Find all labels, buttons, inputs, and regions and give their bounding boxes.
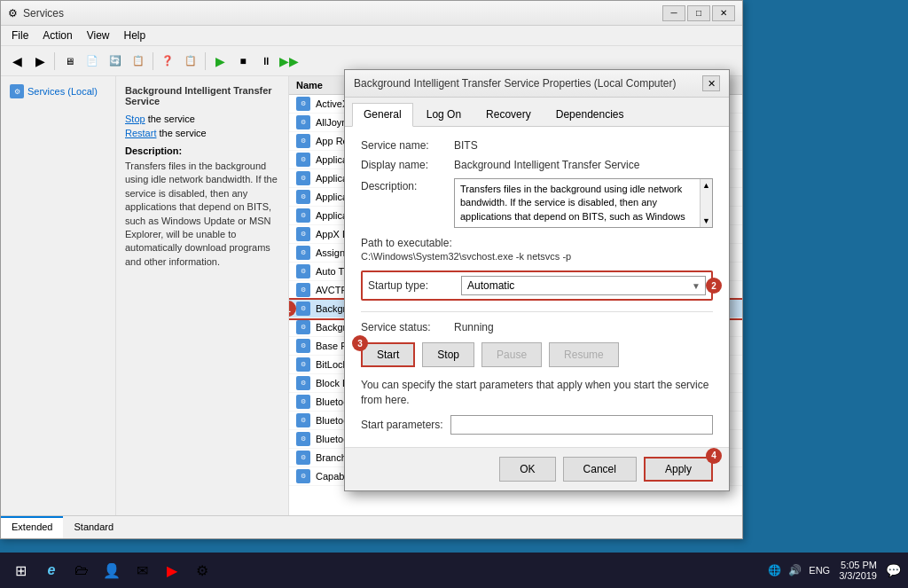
description-title: Description: xyxy=(125,145,279,156)
path-value: C:\Windows\System32\svchost.exe -k netsv… xyxy=(361,251,713,262)
service-name-value: BITS xyxy=(454,139,478,152)
tb-btn4[interactable]: 📋 xyxy=(128,51,149,72)
dialog-footer: OK Cancel Apply 4 xyxy=(345,447,729,490)
service-icon: ⚙ xyxy=(296,171,310,185)
service-icon: ⚙ xyxy=(296,413,310,427)
tab-general[interactable]: General xyxy=(352,103,413,127)
tb-btn2[interactable]: 📄 xyxy=(82,51,103,72)
status-bar: Extended Standard xyxy=(1,515,742,538)
time-display: 5:05 PM xyxy=(839,560,877,570)
description-text: Transfers files in the background using … xyxy=(460,184,685,222)
apply-button[interactable]: Apply xyxy=(644,457,713,482)
tab-standard[interactable]: Standard xyxy=(63,516,124,538)
cancel-button[interactable]: Cancel xyxy=(563,457,637,482)
edge-icon[interactable]: e xyxy=(39,558,64,583)
service-icon: ⚙ xyxy=(296,357,310,372)
tb-sep2 xyxy=(153,52,153,70)
tb-pause[interactable]: ⏸ xyxy=(255,51,277,72)
description-label: Description: xyxy=(361,178,454,192)
minimize-button[interactable]: ─ xyxy=(662,5,685,21)
params-hint: You can specify the start parameters tha… xyxy=(361,378,713,408)
params-input-row: Start parameters: xyxy=(361,415,713,435)
settings-icon[interactable]: ⚙ xyxy=(190,558,215,583)
mail-icon[interactable]: ✉ xyxy=(129,558,154,583)
pause-button[interactable]: Pause xyxy=(481,342,542,367)
restart-link[interactable]: Restart xyxy=(125,128,156,138)
resume-button[interactable]: Resume xyxy=(549,342,619,367)
tab-dependencies[interactable]: Dependencies xyxy=(544,103,636,126)
service-icon: ⚙ xyxy=(296,208,310,223)
window-title: Services xyxy=(23,7,64,20)
service-icon: ⚙ xyxy=(296,469,310,483)
startup-select-wrapper: Automatic Automatic (Delayed Start) Manu… xyxy=(461,276,706,295)
tb-back[interactable]: ◀ xyxy=(6,51,27,72)
service-icon: ⚙ xyxy=(296,302,310,316)
menu-bar: File Action View Help xyxy=(1,26,742,46)
menu-view[interactable]: View xyxy=(80,27,117,44)
dialog-title-bar: Background Intelligent Transfer Service … xyxy=(345,70,729,98)
params-input[interactable] xyxy=(450,415,713,435)
panel-header-label: Background Intelligent Transfer Service xyxy=(125,85,279,106)
path-label: Path to executable: xyxy=(361,237,713,249)
sidebar-label: Services (Local) xyxy=(27,86,98,97)
tb-stop[interactable]: ■ xyxy=(232,51,254,72)
menu-file[interactable]: File xyxy=(4,27,35,44)
notification-icon[interactable]: 💬 xyxy=(886,563,901,577)
maximize-button[interactable]: □ xyxy=(687,5,710,21)
path-section: Path to executable: C:\Windows\System32\… xyxy=(361,237,713,262)
service-icon: ⚙ xyxy=(296,264,310,278)
dialog-title-text: Background Intelligent Transfer Service … xyxy=(354,77,677,90)
title-bar-left: ⚙ Services xyxy=(8,7,64,20)
service-icon: ⚙ xyxy=(296,432,310,446)
services-icon: ⚙ xyxy=(8,7,18,20)
tb-play[interactable]: ▶ xyxy=(209,51,231,72)
service-icon: ⚙ xyxy=(296,246,310,260)
service-icon: ⚙ xyxy=(296,395,310,409)
menu-action[interactable]: Action xyxy=(35,27,79,44)
stop-link-row: Stop the service xyxy=(125,114,279,124)
person-icon[interactable]: 👤 xyxy=(99,558,124,583)
params-label: Start parameters: xyxy=(361,419,443,431)
service-name-row: Service name: BITS xyxy=(361,139,713,152)
tb-btn6[interactable]: 📋 xyxy=(180,51,201,72)
close-button[interactable]: ✕ xyxy=(712,5,735,21)
start-icon[interactable]: ⊞ xyxy=(7,557,34,584)
description-text: Transfers files in the background using … xyxy=(125,160,279,269)
badge-1: 1 xyxy=(289,301,296,317)
start-button[interactable]: Start xyxy=(361,342,415,367)
service-icon: ⚙ xyxy=(296,451,310,465)
tb-btn3[interactable]: 🔄 xyxy=(105,51,126,72)
folder-icon[interactable]: 🗁 xyxy=(69,558,94,583)
status-value: Running xyxy=(454,321,494,333)
services-local-icon: ⚙ xyxy=(10,84,24,98)
ok-button[interactable]: OK xyxy=(499,457,555,482)
sidebar: ⚙ Services (Local) xyxy=(1,76,116,515)
service-name-label: Service name: xyxy=(361,139,454,152)
tb-sep3 xyxy=(205,52,206,70)
taskbar: ⊞ e 🗁 👤 ✉ ▶ ⚙ 🌐 🔊 ENG 5:05 PM 3/3/2019 💬 xyxy=(0,553,908,588)
youtube-icon[interactable]: ▶ xyxy=(160,558,184,583)
dialog-close-button[interactable]: ✕ xyxy=(702,75,720,91)
description-row: Description: Transfers files in the back… xyxy=(361,178,713,228)
startup-type-select[interactable]: Automatic Automatic (Delayed Start) Manu… xyxy=(461,276,706,295)
tb-forward[interactable]: ▶ xyxy=(29,51,51,72)
service-buttons-row: 3 Start Stop Pause Resume xyxy=(361,342,713,367)
tab-extended[interactable]: Extended xyxy=(1,516,63,538)
display-name-row: Display name: Background Intelligent Tra… xyxy=(361,159,713,171)
tab-logon[interactable]: Log On xyxy=(415,103,473,126)
info-panel: Background Intelligent Transfer Service … xyxy=(116,76,289,515)
stop-link[interactable]: Stop xyxy=(125,114,145,124)
menu-help[interactable]: Help xyxy=(117,27,153,44)
service-icon: ⚙ xyxy=(296,376,310,390)
sidebar-item-services[interactable]: ⚙ Services (Local) xyxy=(6,82,110,101)
startup-row: Startup type: Automatic Automatic (Delay… xyxy=(361,270,713,301)
tab-recovery[interactable]: Recovery xyxy=(474,103,543,126)
taskbar-right: 🌐 🔊 ENG 5:05 PM 3/3/2019 💬 xyxy=(768,560,901,581)
badge-4: 4 xyxy=(706,448,722,464)
tb-btn1[interactable]: 🖥 xyxy=(59,51,80,72)
scroll-bar[interactable]: ▲ ▼ xyxy=(700,179,712,227)
tb-restart[interactable]: ▶▶ xyxy=(278,51,300,72)
stop-button[interactable]: Stop xyxy=(422,342,474,367)
status-row: Service status: Running xyxy=(361,321,713,333)
tb-btn5[interactable]: ❓ xyxy=(157,51,178,72)
